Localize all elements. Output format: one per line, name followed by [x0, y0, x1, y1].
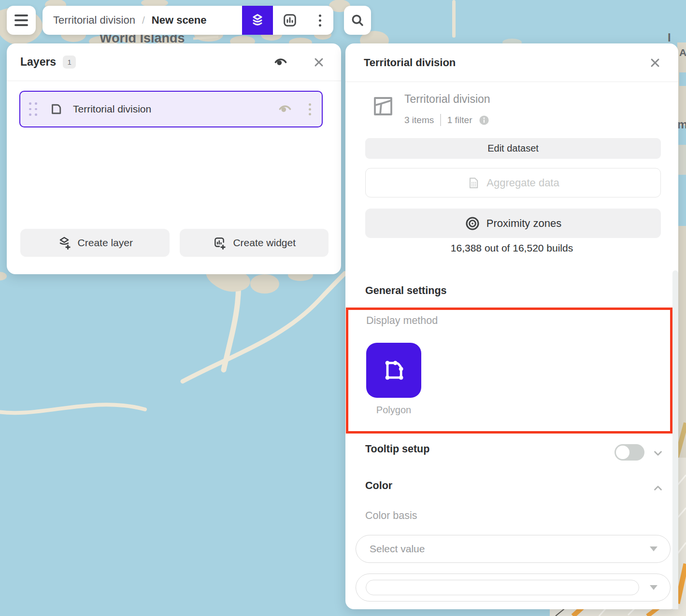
proximity-zones-icon	[465, 216, 480, 231]
layers-panel-toggle-button[interactable]	[242, 6, 273, 35]
hamburger-icon	[14, 14, 28, 16]
panel-scrollbar[interactable]	[672, 270, 678, 609]
proximity-zones-label: Proximity zones	[486, 217, 561, 230]
edit-dataset-button[interactable]: Edit dataset	[365, 138, 661, 159]
layer-item-territorial-division[interactable]: Territorial division	[19, 91, 323, 127]
layers-panel-title: Layers	[20, 56, 56, 69]
display-method-label: Display method	[366, 315, 438, 327]
toggle-all-layers-visibility-button[interactable]	[273, 55, 288, 70]
aggregate-data-label: Aggregate data	[486, 177, 559, 189]
dataset-items-count: 3 items	[404, 115, 434, 126]
layer-more-button[interactable]	[309, 103, 311, 115]
create-widget-button[interactable]: Create widget	[180, 229, 329, 257]
toolbar-more-button[interactable]	[307, 6, 333, 35]
color-section-title: Color	[365, 480, 392, 492]
main-menu-button[interactable]	[7, 6, 36, 35]
layer-detail-panel: Territorial division Territorial divisio…	[345, 43, 678, 609]
polygon-option-label: Polygon	[366, 405, 421, 416]
proximity-zones-button[interactable]: Proximity zones	[365, 209, 661, 238]
layers-panel-close-button[interactable]	[313, 56, 325, 68]
color-basis-select[interactable]: Select value	[356, 535, 671, 563]
tooltip-toggle[interactable]	[615, 444, 644, 461]
chart-widget-icon	[282, 13, 298, 28]
create-layer-label: Create layer	[78, 237, 133, 249]
search-icon	[350, 13, 365, 28]
polygon-layer-icon	[49, 102, 63, 116]
builds-counter: 16,388 out of 16,520 builds	[345, 242, 678, 254]
territory-dataset-icon	[372, 95, 395, 118]
create-widget-icon	[212, 236, 227, 250]
info-icon[interactable]	[479, 115, 489, 126]
display-method-polygon-option[interactable]	[366, 343, 421, 398]
create-layer-button[interactable]: Create layer	[20, 229, 170, 257]
layers-icon	[250, 13, 265, 28]
dataset-filter-count[interactable]: 1 filter	[447, 115, 472, 126]
color-basis-label: Color basis	[365, 510, 417, 522]
edit-dataset-label: Edit dataset	[487, 143, 539, 154]
map-label-m: m	[677, 118, 686, 131]
map-label-a: A	[679, 47, 686, 58]
aggregate-data-button[interactable]: Aggregate data	[365, 168, 661, 197]
layers-panel-header: Layers 1	[7, 43, 341, 81]
color-chevron-up-icon[interactable]	[652, 482, 664, 494]
dataset-meta: 3 items 1 filter	[404, 114, 489, 126]
dataset-name: Territorial division	[404, 93, 490, 106]
map-label-i: I	[668, 31, 671, 44]
kebab-icon	[319, 14, 321, 27]
color-ramp-select[interactable]	[356, 574, 671, 602]
aggregate-data-icon	[467, 176, 480, 190]
layers-count-badge: 1	[63, 56, 76, 69]
search-button[interactable]	[344, 6, 371, 35]
breadcrumb-project[interactable]: Territorial division	[53, 14, 135, 27]
breadcrumb: Territorial division / New scene	[43, 6, 333, 35]
widgets-toggle-button[interactable]	[273, 6, 307, 35]
general-settings-title: General settings	[365, 285, 446, 297]
detail-panel-title: Territorial division	[364, 56, 649, 69]
tooltip-chevron-down-icon[interactable]	[652, 447, 664, 460]
breadcrumb-scene[interactable]: New scene	[152, 14, 207, 27]
color-basis-select-placeholder: Select value	[370, 543, 425, 555]
dropdown-caret-icon	[650, 546, 657, 551]
create-widget-label: Create widget	[233, 237, 296, 249]
tooltip-setup-title: Tooltip setup	[365, 443, 429, 455]
detail-panel-header: Territorial division	[345, 43, 678, 82]
color-ramp-preview	[366, 580, 639, 595]
detail-panel-close-button[interactable]	[649, 57, 661, 69]
drag-handle-icon[interactable]	[29, 102, 37, 116]
polygon-icon	[381, 358, 406, 383]
breadcrumb-separator: /	[142, 14, 145, 26]
dropdown-caret-icon	[650, 585, 657, 590]
layer-item-label: Territorial division	[73, 103, 278, 115]
layer-visibility-button[interactable]	[278, 102, 292, 116]
layers-panel: Layers 1 Territorial division	[7, 43, 341, 274]
create-layer-icon	[57, 236, 71, 250]
